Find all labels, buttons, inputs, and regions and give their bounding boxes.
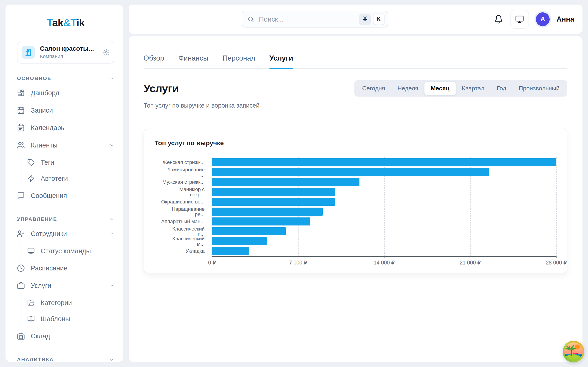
sidebar-item-folder-open[interactable]: Категории bbox=[27, 295, 114, 311]
period-option-3[interactable]: Квартал bbox=[456, 82, 491, 95]
sidebar-sub-list: КатегорииШаблоны bbox=[20, 295, 114, 327]
message-icon bbox=[17, 192, 25, 200]
title-row: Услуги СегодняНеделяМесяцКварталГодПроиз… bbox=[144, 80, 567, 97]
sidebar-item-monitor[interactable]: Статус команды bbox=[27, 243, 114, 259]
company-type: Компания bbox=[40, 53, 94, 59]
sidebar-item-label: Теги bbox=[41, 159, 54, 166]
sidebar-item-zap[interactable]: Автотеги bbox=[27, 170, 114, 186]
divider bbox=[144, 118, 567, 118]
gridline bbox=[556, 157, 557, 256]
chart-plot-area: 0 ₽7 000 ₽14 000 ₽21 000 ₽28 000 ₽ bbox=[212, 157, 556, 257]
x-axis-tick-label: 7 000 ₽ bbox=[289, 260, 307, 266]
chart-category-label: Маникюр с покр... bbox=[155, 187, 212, 197]
page-subtitle: Топ услуг по выручке и воронка записей bbox=[144, 102, 567, 109]
logo-segment: ik bbox=[76, 17, 85, 29]
sidebar-item-label: Расписание bbox=[31, 265, 68, 272]
period-option-4[interactable]: Год bbox=[491, 82, 512, 95]
tab-3[interactable]: Услуги bbox=[269, 54, 293, 68]
sidebar-item-user-check[interactable]: Сотрудники bbox=[17, 225, 114, 242]
search-icon bbox=[247, 16, 254, 23]
tab-1[interactable]: Финансы bbox=[179, 54, 208, 68]
tab-0[interactable]: Обзор bbox=[144, 54, 164, 68]
period-option-1[interactable]: Неделя bbox=[391, 82, 425, 95]
sidebar-item-clock[interactable]: Расписание bbox=[17, 259, 114, 277]
x-axis-tick bbox=[384, 256, 384, 258]
sidebar-item-dashboard[interactable]: Дашборд bbox=[17, 84, 114, 102]
chart-bar bbox=[212, 217, 310, 225]
sidebar-section-label: ОСНОВНОЕ bbox=[17, 75, 52, 81]
user-check-icon bbox=[17, 230, 25, 238]
cmd-key-badge: ⌘ bbox=[359, 14, 371, 25]
chart-category-label: Окрашивание во... bbox=[155, 197, 212, 207]
sidebar-item-label: Дашборд bbox=[31, 89, 59, 97]
calendar-check-icon bbox=[17, 106, 25, 114]
main-content: ОбзорФинансыПерсоналУслуги Услуги Сегодн… bbox=[129, 36, 582, 362]
search-input[interactable] bbox=[258, 15, 359, 23]
chart-category-label: Классический п... bbox=[155, 226, 212, 236]
sidebar-item-message[interactable]: Сообщения bbox=[17, 187, 114, 204]
chart-bar-row bbox=[212, 157, 556, 167]
x-axis-tick-label: 14 000 ₽ bbox=[374, 260, 395, 266]
bell-icon[interactable] bbox=[494, 15, 503, 24]
chart-bar bbox=[212, 208, 323, 216]
sidebar-item-label: Услуги bbox=[31, 282, 51, 290]
period-option-2[interactable]: Месяц bbox=[424, 82, 456, 95]
search-box[interactable]: ⌘ K bbox=[242, 11, 388, 27]
k-key-badge: K bbox=[373, 14, 384, 25]
app-logo: Tak&Tik bbox=[17, 17, 114, 29]
period-option-0[interactable]: Сегодня bbox=[356, 82, 391, 95]
floating-island-button[interactable] bbox=[562, 340, 585, 363]
tab-bar: ОбзорФинансыПерсоналУслуги bbox=[144, 54, 567, 69]
sidebar-item-label: Клиенты bbox=[31, 142, 57, 149]
chart-bar-row bbox=[212, 187, 556, 197]
sidebar: Tak&Tik Салон красоты... Компания ОСНОВН… bbox=[6, 5, 123, 362]
folder-open-icon bbox=[27, 299, 35, 307]
sidebar-section-header[interactable]: ОСНОВНОЕ bbox=[17, 75, 114, 81]
warehouse-icon bbox=[17, 332, 25, 340]
zap-icon bbox=[27, 175, 35, 182]
gear-icon[interactable] bbox=[103, 49, 110, 56]
sidebar-item-book-open[interactable]: Шаблоны bbox=[27, 311, 114, 327]
chart-category-label: Женская стрижк... bbox=[155, 157, 212, 167]
chart-bar-row bbox=[212, 236, 556, 246]
sidebar-item-tag[interactable]: Теги bbox=[27, 154, 114, 170]
chevron-down-icon bbox=[109, 76, 114, 81]
sidebar-section-label: АНАЛИТИКА bbox=[17, 357, 54, 362]
topbar-actions: A Анна bbox=[494, 5, 574, 34]
sidebar-section-header[interactable]: УПРАВЛЕНИЕ bbox=[17, 216, 114, 222]
building-icon bbox=[22, 46, 35, 59]
chart-bar bbox=[212, 158, 556, 166]
chart-bar bbox=[212, 168, 489, 176]
tropical-island-icon bbox=[562, 340, 585, 363]
avatar[interactable]: A bbox=[536, 12, 550, 26]
sidebar-item-briefcase[interactable]: Услуги bbox=[17, 277, 114, 294]
company-selector[interactable]: Салон красоты... Компания bbox=[17, 41, 114, 64]
sidebar-item-warehouse[interactable]: Склад bbox=[17, 327, 114, 345]
chart-bar bbox=[212, 237, 267, 245]
search-shortcut: ⌘ K bbox=[359, 14, 384, 25]
display-mode-button[interactable] bbox=[510, 10, 529, 29]
sidebar-item-label: Сообщения bbox=[31, 192, 67, 200]
sidebar-item-label: Статус команды bbox=[41, 247, 91, 255]
monitor-icon bbox=[27, 247, 35, 255]
chart-title: Топ услуг по выручке bbox=[155, 140, 556, 147]
sidebar-section-label: УПРАВЛЕНИЕ bbox=[17, 216, 57, 222]
chart-bar-row bbox=[212, 167, 556, 177]
chevron-down-icon bbox=[109, 217, 114, 222]
sidebar-sub-list: Статус команды bbox=[20, 243, 114, 259]
tab-2[interactable]: Персонал bbox=[223, 54, 255, 68]
sidebar-item-label: Категории bbox=[41, 299, 72, 307]
sidebar-sub-list: ТегиАвтотеги bbox=[20, 154, 114, 186]
chart-category-label: Ламинирование ... bbox=[155, 167, 212, 177]
sidebar-item-users[interactable]: Клиенты bbox=[17, 136, 114, 154]
period-option-5[interactable]: Произвольный bbox=[512, 82, 566, 95]
x-axis-tick-label: 21 000 ₽ bbox=[460, 260, 481, 266]
chart-bar-row bbox=[212, 246, 556, 256]
sidebar-item-calendar-check[interactable]: Записи bbox=[17, 102, 114, 119]
logo-segment: & bbox=[63, 17, 70, 29]
sidebar-item-calendar-days[interactable]: Календарь bbox=[17, 119, 114, 136]
sidebar-section-header[interactable]: АНАЛИТИКА bbox=[17, 357, 114, 362]
sidebar-item-label: Автотеги bbox=[41, 175, 68, 182]
page-title: Услуги bbox=[144, 82, 179, 95]
chart-category-labels: Женская стрижк...Ламинирование ...Мужска… bbox=[155, 157, 212, 257]
